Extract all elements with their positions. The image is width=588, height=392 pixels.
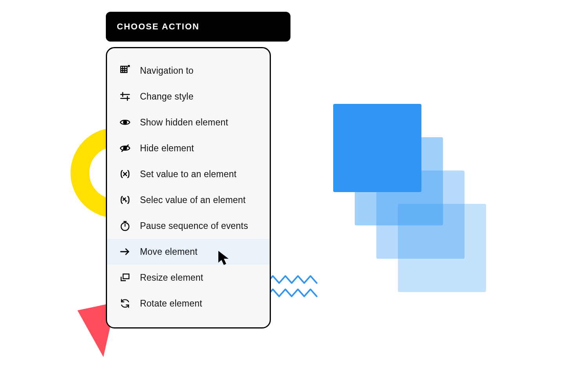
menu-item-select-value[interactable]: Selec value of an element: [107, 187, 270, 213]
menu-item-resize-element[interactable]: Resize element: [107, 265, 270, 290]
menu-item-label: Hide element: [140, 143, 258, 154]
menu-item-show-hidden-element[interactable]: Show hidden element: [107, 109, 270, 135]
menu-item-hide-element[interactable]: Hide element: [107, 135, 270, 161]
menu-item-label: Set value to an element: [140, 169, 258, 180]
menu-item-navigation-to[interactable]: Navigation to: [107, 58, 270, 83]
svg-marker-17: [125, 200, 128, 203]
stopwatch-icon: [119, 220, 131, 232]
decorative-zigzag: [267, 274, 318, 302]
svg-rect-23: [123, 274, 129, 279]
menu-item-label: Rotate element: [140, 298, 258, 309]
menu-item-label: Move element: [140, 247, 258, 257]
set-value-icon: [119, 168, 131, 180]
select-value-icon: [119, 194, 131, 206]
arrow-right-icon: [119, 245, 131, 258]
action-menu: Navigation to Change style Show hidd: [107, 58, 270, 316]
decorative-blue-squares: [333, 104, 490, 300]
menu-item-pause-sequence[interactable]: Pause sequence of events: [107, 213, 270, 239]
svg-rect-0: [121, 66, 127, 73]
action-dropdown-panel: Navigation to Change style Show hidd: [106, 47, 271, 328]
menu-item-rotate-element[interactable]: Rotate element: [107, 290, 270, 316]
menu-item-label: Selec value of an element: [140, 195, 258, 205]
resize-icon: [119, 271, 131, 284]
grid-nav-icon: [119, 64, 131, 77]
rotate-icon: [119, 297, 131, 310]
cursor-pointer-icon: [218, 250, 230, 267]
menu-item-move-element[interactable]: Move element: [107, 239, 270, 265]
sliders-icon: [119, 90, 131, 103]
eye-icon: [119, 116, 131, 129]
svg-marker-24: [218, 251, 229, 265]
menu-item-label: Change style: [140, 91, 258, 102]
menu-item-change-style[interactable]: Change style: [107, 83, 270, 109]
header-title: CHOOSE ACTION: [117, 22, 200, 32]
choose-action-header: CHOOSE ACTION: [106, 12, 290, 42]
menu-item-set-value[interactable]: Set value to an element: [107, 161, 270, 187]
menu-item-label: Pause sequence of events: [140, 221, 258, 231]
svg-point-10: [123, 121, 127, 124]
eye-off-icon: [119, 142, 131, 154]
menu-item-label: Resize element: [140, 272, 258, 283]
menu-item-label: Navigation to: [140, 65, 258, 76]
menu-item-label: Show hidden element: [140, 117, 258, 128]
